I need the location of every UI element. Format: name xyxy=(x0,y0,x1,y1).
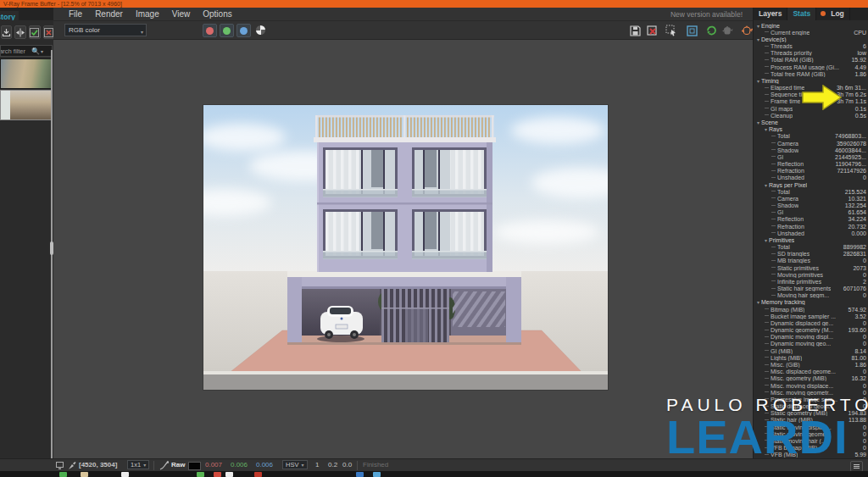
collapse-arrow-icon[interactable]: ▾ xyxy=(757,119,760,125)
stats-row[interactable]: Unshaded0.000 xyxy=(754,230,868,236)
collapse-arrow-icon[interactable]: ▾ xyxy=(765,182,767,188)
stats-row[interactable]: Reflection34.224 xyxy=(754,216,868,223)
stats-row[interactable]: ▾Rays xyxy=(754,126,868,133)
channel-select[interactable]: RGB color ▾ xyxy=(64,24,147,36)
track-mouse-region-button[interactable] xyxy=(665,25,677,36)
stats-row[interactable]: ▾Engine xyxy=(754,22,868,29)
stats-row[interactable]: Threads prioritylow xyxy=(754,50,868,57)
stats-row[interactable]: Total74968803... xyxy=(754,133,868,140)
render-last-button[interactable] xyxy=(704,25,717,36)
stats-row[interactable]: Shadow46003844... xyxy=(754,147,868,153)
stats-row[interactable]: Threads6 xyxy=(754,43,868,50)
stats-row[interactable]: ▾Rays per Pixel xyxy=(754,181,868,188)
search-input[interactable] xyxy=(0,47,31,56)
stats-row[interactable]: Shadow132.254 xyxy=(754,202,868,208)
stats-row[interactable]: Infinite primitives2 xyxy=(754,278,868,285)
stats-row[interactable]: Camera10.321 xyxy=(754,195,868,202)
stats-row[interactable]: Misc. displaced geome...0 xyxy=(754,369,868,375)
stats-row[interactable]: Refraction721147926 xyxy=(754,168,868,175)
history-thumbnail-1[interactable] xyxy=(0,58,52,89)
stats-row[interactable]: VFB bitmap (MiB)0 xyxy=(754,444,868,451)
stats-row[interactable]: Current engineCPU xyxy=(754,29,868,36)
stats-row[interactable]: Progressive image sam...0 xyxy=(754,396,868,402)
stats-row[interactable]: Static hair segments6071076 xyxy=(754,286,868,292)
menu-image[interactable]: Image xyxy=(136,9,159,19)
render-canvas[interactable] xyxy=(53,40,753,458)
stats-row[interactable]: MB triangles0 xyxy=(754,258,868,264)
stats-row[interactable]: Total8899982 xyxy=(754,244,868,251)
stats-row[interactable]: GI21445925... xyxy=(754,153,868,160)
collapse-arrow-icon[interactable]: ▾ xyxy=(757,78,760,84)
stats-row[interactable]: Refraction20.732 xyxy=(754,223,868,230)
stats-row[interactable]: ▾Primitives xyxy=(754,236,868,243)
menu-render[interactable]: Render xyxy=(95,9,123,19)
title-bar[interactable]: V-Ray Frame Buffer - [12.5% of 7013 x 49… xyxy=(0,0,868,8)
color-space-select[interactable]: HSV ▾ xyxy=(282,460,308,469)
new-version-notice[interactable]: New version available! xyxy=(670,8,743,21)
curve-correction-icon[interactable] xyxy=(159,459,169,472)
menu-view[interactable]: View xyxy=(172,9,191,19)
stats-row[interactable]: Moving primitives0 xyxy=(754,271,868,278)
color-picker-icon[interactable] xyxy=(68,459,76,472)
stats-row[interactable]: ▾Memory tracking xyxy=(754,299,868,306)
red-channel-button[interactable] xyxy=(203,24,217,37)
stats-row[interactable]: ▾Device(s) xyxy=(754,36,868,42)
stats-row[interactable]: Misc. moving displace...0 xyxy=(754,382,868,389)
stats-row[interactable]: Camera359026078 xyxy=(754,140,868,147)
rendered-image[interactable] xyxy=(203,105,608,390)
stats-row[interactable]: ▾Scene xyxy=(754,119,868,125)
stats-row[interactable]: Total free RAM (GiB)1.86 xyxy=(754,70,868,77)
collapse-arrow-icon[interactable]: ▾ xyxy=(765,126,767,132)
stats-row[interactable]: Static moving geome...0 xyxy=(754,430,868,437)
stats-row[interactable]: Misc. geometry (MiB)16.32 xyxy=(754,375,868,382)
stats-row[interactable]: Dynamic moving displ...0 xyxy=(754,334,868,341)
stats-row[interactable]: Process RAM usage (Gi...4.49 xyxy=(754,64,868,70)
blue-channel-button[interactable] xyxy=(236,24,251,37)
tab-log[interactable]: Log xyxy=(826,8,850,20)
stats-row[interactable]: Static moving displac...0 xyxy=(754,424,868,430)
save-image-button[interactable] xyxy=(629,25,642,36)
stats-row[interactable]: Misc. (GiB)1.86 xyxy=(754,361,868,368)
collapse-arrow-icon[interactable]: ▾ xyxy=(757,299,760,305)
green-channel-button[interactable] xyxy=(220,24,234,37)
stats-row[interactable]: Static moving hair (...0 xyxy=(754,437,868,444)
stats-row[interactable]: Total215.524 xyxy=(754,188,868,195)
monochrome-channel-button[interactable] xyxy=(256,25,265,35)
tab-stats[interactable]: Stats xyxy=(787,8,816,20)
stats-row[interactable]: Bitmap (MiB)574.92 xyxy=(754,306,868,313)
stats-row[interactable]: Static hair (MiB)113.88 xyxy=(754,417,868,424)
tab-history[interactable]: History xyxy=(0,11,19,20)
stats-row[interactable]: Static geometry (MiB)194.83 xyxy=(754,410,868,417)
history-thumbnail-2[interactable] xyxy=(0,90,52,120)
region-render-button[interactable] xyxy=(686,25,698,36)
menu-file[interactable]: File xyxy=(69,9,82,19)
collapse-arrow-icon[interactable]: ▾ xyxy=(757,36,760,42)
clear-image-button[interactable] xyxy=(646,25,659,36)
stats-row[interactable]: Lights (MiB)81.00 xyxy=(754,354,868,361)
stats-row[interactable]: Dynamic displaced ge...0 xyxy=(754,319,868,326)
render-disabled-button[interactable] xyxy=(721,25,734,36)
stats-row[interactable]: Reflection11904796... xyxy=(754,160,868,167)
stats-row[interactable]: Bucket image sampler ...3.52 xyxy=(754,313,868,319)
collapse-arrow-icon[interactable]: ▾ xyxy=(757,23,760,29)
stats-row[interactable]: GI61.654 xyxy=(754,209,868,216)
remove-item-button[interactable] xyxy=(43,25,53,39)
stats-row[interactable]: GI (MiB)8.14 xyxy=(754,347,868,354)
stats-row[interactable]: SD triangles2826831 xyxy=(754,251,868,258)
stats-row[interactable]: Dynamic moving geo...0 xyxy=(754,341,868,347)
menu-options[interactable]: Options xyxy=(203,9,231,19)
stats-row[interactable]: Misc. moving geometr...0 xyxy=(754,389,868,396)
stats-row[interactable]: VFB (MiB)5.99 xyxy=(754,452,868,458)
collapse-arrow-icon[interactable]: ▾ xyxy=(765,237,767,243)
stats-row[interactable]: Static primitives2073 xyxy=(754,264,868,271)
zoom-select[interactable]: 1x1 ▾ xyxy=(127,460,149,469)
render-button[interactable] xyxy=(741,25,754,36)
save-to-history-button[interactable] xyxy=(1,25,12,39)
stats-row[interactable]: Cleanup0.5s xyxy=(754,112,868,119)
enable-check-button[interactable] xyxy=(29,25,40,39)
stats-row[interactable]: Static displaced geom...0 xyxy=(754,402,868,409)
stats-row[interactable]: Dynamic geometry (M...193.60 xyxy=(754,327,868,334)
stats-row[interactable]: ▾Timing xyxy=(754,77,868,84)
stats-row[interactable]: Moving hair segm...0 xyxy=(754,292,868,299)
tab-layers[interactable]: Layers xyxy=(754,8,787,20)
